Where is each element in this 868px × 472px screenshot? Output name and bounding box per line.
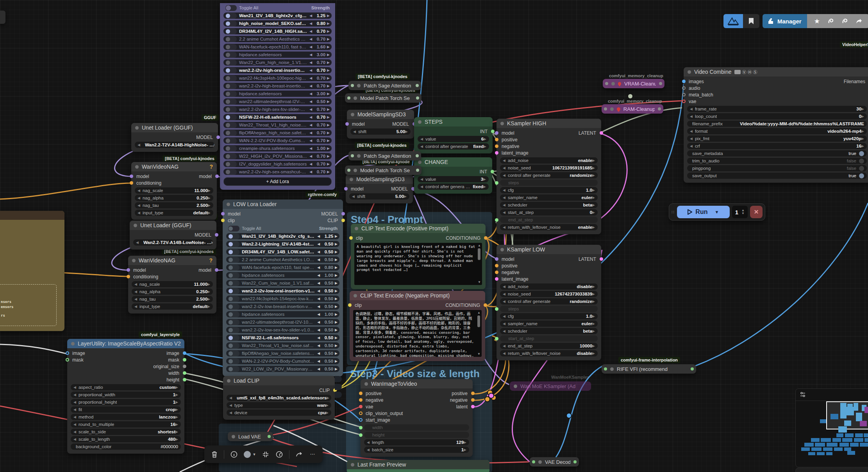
node-header-clip-text-encode-negative[interactable]: CLIP Text Encode (Negative Prompt)	[350, 291, 485, 300]
node-steps[interactable]: STEPSINT◀value6▶◀control after generatef…	[414, 117, 493, 153]
widget-scheduler[interactable]: ◀schedulerbeta▶	[500, 202, 598, 208]
decrement-icon[interactable]: ◀	[690, 144, 693, 148]
input-port-image[interactable]	[66, 351, 69, 355]
node-collapse-dot[interactable]	[351, 113, 354, 116]
increment-icon[interactable]: ▶	[175, 430, 178, 434]
output-port-LATENT[interactable]	[600, 257, 603, 261]
node-modelsampling-sd3-1[interactable]: ModelSamplingSD3modelMODEL◀shift5.00▶	[347, 110, 414, 139]
decrement-icon[interactable]: ◀	[317, 351, 320, 355]
decrement-icon[interactable]: ◀	[309, 170, 312, 174]
lora-toggle[interactable]	[225, 83, 237, 89]
redo-icon[interactable]	[296, 451, 304, 458]
node-collapse-dot[interactable]	[500, 122, 504, 125]
add-lora-button[interactable]: + Add Lora	[223, 177, 332, 186]
lora-row[interactable]: NSFW-22-L-e8.safetensors◀0.50▶	[226, 335, 339, 341]
increment-icon[interactable]: ▶	[326, 411, 329, 415]
decrement-icon[interactable]: ◀	[229, 403, 232, 407]
increment-icon[interactable]: ▶	[335, 328, 338, 332]
increment-icon[interactable]: ▶	[327, 396, 329, 400]
toggle-all-switch[interactable]	[228, 226, 239, 232]
increment-icon[interactable]: ▶	[175, 393, 178, 397]
lora-toggle[interactable]	[225, 21, 237, 27]
increment-icon[interactable]: ▶	[335, 273, 338, 277]
widget-cfg[interactable]: ◀cfg1.0▶	[500, 313, 598, 319]
decrement-icon[interactable]: ◀	[138, 143, 140, 147]
reroute-dot[interactable]	[488, 393, 494, 399]
lora-toggle[interactable]	[225, 138, 237, 144]
decrement-icon[interactable]: ◀	[317, 265, 320, 269]
decrement-icon[interactable]: ◀	[309, 146, 312, 150]
node-header-ksampler-high[interactable]: KSampler HIGH	[497, 119, 601, 128]
increment-icon[interactable]: ▶	[327, 37, 330, 41]
increment-icon[interactable]: ▶	[327, 21, 330, 25]
input-port-positive[interactable]	[495, 264, 498, 267]
decrement-icon[interactable]: ◀	[229, 396, 232, 400]
increment-icon[interactable]: ▶	[327, 45, 330, 49]
increment-icon[interactable]: ▶	[335, 312, 338, 316]
lora-toggle[interactable]	[225, 52, 237, 58]
decrement-icon[interactable]: ◀	[317, 289, 320, 293]
decrement-icon[interactable]: ◀	[317, 367, 320, 371]
decrement-icon[interactable]: ◀	[138, 189, 140, 192]
widget-pix_fmt[interactable]: ◀pix_fmtyuv420p▶	[687, 135, 867, 142]
increment-icon[interactable]: ▶	[327, 92, 330, 96]
toggle-knob[interactable]	[859, 166, 864, 171]
decrement-icon[interactable]: ◀	[690, 107, 693, 111]
node-collapse-dot[interactable]	[610, 107, 614, 111]
node-header-last-frame-preview[interactable]: Last Frame Preview	[347, 460, 489, 469]
input-port-model[interactable]	[345, 122, 349, 126]
lora-row[interactable]: hipdance.safetensors◀3.00▶	[223, 52, 332, 58]
increment-icon[interactable]: ▶	[208, 196, 211, 200]
node-header-ksampler-low[interactable]: KSampler LOW	[497, 245, 601, 254]
lora-row[interactable]: wan2.2-i2v-low-sex-fov-slider-v1.0.safet…	[226, 327, 339, 333]
decrement-icon[interactable]: ◀	[309, 115, 312, 119]
output-port[interactable]	[416, 154, 419, 157]
decrement-icon[interactable]: ◀	[503, 344, 505, 348]
widget-proportional_width[interactable]: ◀proportional_width1▶	[71, 392, 181, 398]
lora-row[interactable]: 2.2 anime Cumshot Aesthetics LOW.safet…◀…	[226, 256, 339, 263]
lora-toggle[interactable]	[228, 312, 239, 317]
output-port[interactable]	[658, 107, 661, 110]
increment-icon[interactable]: ▶	[592, 225, 595, 229]
node-note[interactable]: nsorsensorsrs	[0, 211, 64, 331]
node-wan-image-to-video[interactable]: WanImageToVideopositivepositivenegativen…	[361, 379, 473, 457]
increment-icon[interactable]: ▶	[327, 53, 330, 57]
increment-icon[interactable]: ▶	[327, 154, 330, 158]
node-header-clip-text-encode-positive[interactable]: CLIP Text Encode (Positive Prompt)	[351, 224, 486, 233]
input-port-images[interactable]	[682, 80, 686, 83]
lora-row[interactable]: wan2.2-i2v-high-sex-smashcut-v1.0.saf…◀0…	[223, 169, 332, 175]
increment-icon[interactable]: ▶	[214, 143, 215, 147]
output-port-height[interactable]	[183, 378, 186, 381]
input-port-clip[interactable]	[349, 236, 353, 240]
increment-icon[interactable]: ▶	[327, 68, 330, 72]
increment-icon[interactable]: ▶	[175, 400, 178, 404]
input-port-latent_image[interactable]	[495, 151, 498, 155]
node-wanvideo-nag-low[interactable]: WanVideoNAG?modelmodelconditioning◀nag_s…	[128, 256, 216, 313]
increment-icon[interactable]: ▶	[207, 290, 210, 294]
lora-row[interactable]: flipOffAhegao_low_noise.safetensors◀0.50…	[226, 350, 339, 356]
widget-device[interactable]: ◀devicecpu▶	[227, 410, 331, 416]
decrement-icon[interactable]: ◀	[503, 314, 505, 318]
lora-toggle[interactable]	[225, 91, 237, 97]
lora-row[interactable]: Wan22_Throat_V1_high_noise.safetensors◀0…	[223, 122, 332, 128]
decrement-icon[interactable]: ◀	[503, 329, 505, 333]
lora-toggle[interactable]	[228, 280, 239, 286]
decrement-icon[interactable]: ◀	[309, 76, 312, 80]
lora-toggle[interactable]	[225, 146, 237, 151]
lora-row[interactable]: DR34ML4Y_I2V_14B_LOW.safetensors◀0.50▶	[226, 249, 339, 255]
lora-row[interactable]: wan2.2-i2v-high-sex-fov-slider-v1.0.saf……	[223, 106, 332, 112]
widget-noise_seed[interactable]: ◀noise_seed126742373033839▶	[500, 291, 598, 297]
lora-toggle[interactable]	[228, 335, 239, 341]
node-collapse-dot[interactable]	[514, 385, 517, 388]
increment-icon[interactable]: ▶	[861, 107, 864, 111]
lora-row[interactable]: wan2.2-i2v-high-breast-insertion-v1.0.s……	[223, 83, 332, 89]
widget-filename_prefix[interactable]: filename_prefixVideo/%date:yyyy-MM-dd%/%…	[687, 121, 867, 127]
workflow-a-icon[interactable]	[828, 18, 834, 24]
widget-save_metadata[interactable]: save_metadatatrue	[687, 150, 867, 157]
output-port-model[interactable]	[215, 268, 218, 272]
widget-control after generate[interactable]: ◀control after generatefixed▶	[418, 143, 489, 150]
decrement-icon[interactable]: ◀	[138, 196, 140, 200]
node-ram-cleanup[interactable]: RAM-Cleanup	[602, 104, 663, 114]
widget-nag_alpha[interactable]: ◀nag_alpha0.250▶	[132, 289, 213, 295]
input-port[interactable]	[347, 169, 350, 172]
